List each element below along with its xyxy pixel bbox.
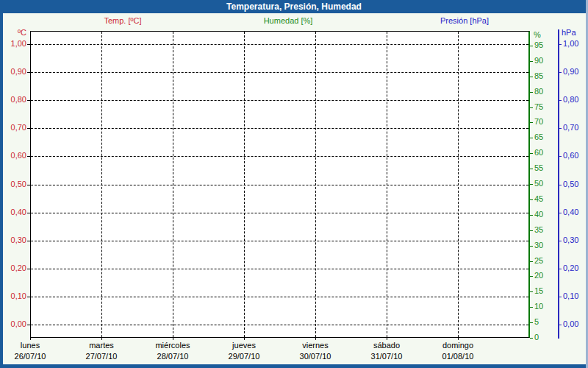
gridline-vertical <box>387 32 387 337</box>
x-axis-day-name: martes <box>66 341 137 350</box>
y-axis-tick-label-humidity: 55 <box>534 163 543 173</box>
y-axis-tick-pressure <box>559 297 562 297</box>
x-axis-date: 31/07/10 <box>351 352 422 361</box>
y-axis-tick-pressure <box>559 325 562 325</box>
y-axis-title-pressure: hPa <box>562 28 576 38</box>
gridline-vertical <box>101 32 102 337</box>
y-axis-tick-humidity <box>530 291 533 292</box>
y-axis-tick-humidity <box>530 169 533 169</box>
y-axis-tick-label-humidity: 0 <box>534 333 539 342</box>
gridline-vertical <box>458 32 459 337</box>
y-axis-tick-label-pressure: 0,20 <box>563 263 578 273</box>
gridline-horizontal <box>31 269 528 269</box>
y-axis-tick-pressure <box>559 156 562 157</box>
y-axis-tick-label-temp: 0,40 <box>0 208 26 217</box>
x-axis-tick <box>244 338 245 340</box>
window-border-bottom <box>0 364 588 368</box>
y-axis-tick-label-humidity: 15 <box>534 286 543 296</box>
x-axis-day-name: viernes <box>280 341 351 350</box>
y-axis-tick-temp <box>27 100 30 101</box>
y-axis-tick-label-pressure: 0,00 <box>563 319 578 329</box>
y-axis-tick-label-temp: 0,50 <box>0 180 26 189</box>
y-axis-tick-label-humidity: 80 <box>534 87 543 96</box>
y-axis-tick-label-temp: 0,30 <box>0 236 26 245</box>
y-axis-tick-label-humidity: 5 <box>534 317 539 327</box>
y-axis-tick-humidity <box>530 230 533 231</box>
x-axis-day-name: domingo <box>423 341 493 350</box>
x-axis-day-name: lunes <box>0 341 65 350</box>
y-axis-tick-humidity <box>530 153 533 154</box>
x-axis-date: 28/07/10 <box>137 352 208 361</box>
y-axis-tick-label-pressure: 0,70 <box>563 123 578 132</box>
y-axis-tick-label-temp: 0,80 <box>0 95 26 105</box>
y-axis-tick-label-pressure: 0,60 <box>563 151 578 160</box>
y-axis-tick-humidity <box>530 92 533 93</box>
y-axis-tick-humidity <box>530 122 533 123</box>
y-axis-tick-temp <box>27 297 30 297</box>
y-axis-tick-pressure <box>559 128 562 129</box>
y-axis-tick-temp <box>27 269 30 269</box>
y-axis-tick-label-temp: 0,60 <box>0 151 26 160</box>
x-axis-day-name: jueves <box>209 341 279 350</box>
y-axis-tick-pressure <box>559 213 562 213</box>
y-axis-tick-label-pressure: 0,80 <box>563 95 578 105</box>
y-axis-tick-humidity <box>530 322 533 323</box>
y-axis-tick-humidity <box>530 107 533 108</box>
window-title: Temperatura, Presión, Humedad <box>226 1 362 12</box>
x-axis-day-name: sábado <box>351 341 422 350</box>
y-axis-tick-pressure <box>559 241 562 241</box>
y-axis-tick-temp <box>27 156 30 157</box>
y-axis-tick-humidity <box>530 307 533 308</box>
y-axis-tick-label-humidity: 90 <box>534 56 543 66</box>
gridline-vertical <box>173 32 173 337</box>
gridline-horizontal <box>31 325 528 325</box>
gridline-horizontal <box>31 156 528 157</box>
y-axis-tick-label-humidity: 60 <box>534 148 543 158</box>
x-axis-date: 01/08/10 <box>423 352 493 361</box>
gridline-horizontal <box>31 297 528 297</box>
y-axis-tick-label-humidity: 85 <box>534 71 543 81</box>
x-axis-day-name: miércoles <box>137 341 208 350</box>
y-axis-tick-humidity <box>530 199 533 200</box>
y-axis-tick-temp <box>27 325 30 325</box>
y-axis-tick-temp <box>27 241 30 241</box>
y-axis-tick-label-pressure: 0,50 <box>563 180 578 189</box>
y-axis-tick-pressure <box>559 185 562 185</box>
x-axis-tick <box>387 338 387 340</box>
gridline-horizontal <box>31 44 528 45</box>
y-axis-tick-label-humidity: 40 <box>534 210 543 219</box>
x-axis-tick <box>315 338 316 340</box>
y-axis-tick-humidity <box>530 261 533 262</box>
legend-temp: Temp. [ºC] <box>104 16 141 26</box>
y-axis-tick-humidity <box>530 338 533 339</box>
gridline-vertical <box>315 32 316 337</box>
y-axis-tick-label-temp: 0,20 <box>0 263 26 273</box>
gridline-horizontal <box>31 241 528 241</box>
gridline-vertical <box>244 32 245 337</box>
y-axis-tick-label-temp: 0,10 <box>0 291 26 301</box>
y-axis-tick-pressure <box>559 269 562 269</box>
x-axis-tick <box>458 338 459 340</box>
y-axis-tick-label-humidity: 35 <box>534 225 543 235</box>
x-axis-tick <box>101 338 102 340</box>
y-axis-tick-humidity <box>530 77 533 77</box>
x-axis-date: 27/07/10 <box>66 352 137 361</box>
y-axis-tick-label-pressure: 0,10 <box>563 291 578 301</box>
y-axis-tick-humidity <box>530 46 533 46</box>
y-axis-tick-label-temp: 0,00 <box>0 319 26 329</box>
x-axis-tick <box>30 338 31 340</box>
y-axis-tick-label-pressure: 0,30 <box>563 236 578 245</box>
y-axis-tick-humidity <box>530 184 533 185</box>
x-axis-date: 26/07/10 <box>0 352 65 361</box>
y-axis-tick-humidity <box>530 61 533 62</box>
y-axis-tick-pressure <box>559 44 562 45</box>
y-axis-tick-temp <box>27 185 30 185</box>
y-axis-tick-label-humidity: 50 <box>534 179 543 188</box>
y-axis-tick-label-humidity: 65 <box>534 132 543 142</box>
y-axis-title-humidity: % <box>534 30 541 40</box>
chart-window: Temperatura, Presión, Humedad Temp. [ºC]… <box>0 0 588 368</box>
gridline-horizontal <box>31 72 528 73</box>
gridline-horizontal <box>31 213 528 213</box>
y-axis-tick-label-humidity: 95 <box>534 40 543 50</box>
y-axis-tick-label-humidity: 45 <box>534 194 543 204</box>
